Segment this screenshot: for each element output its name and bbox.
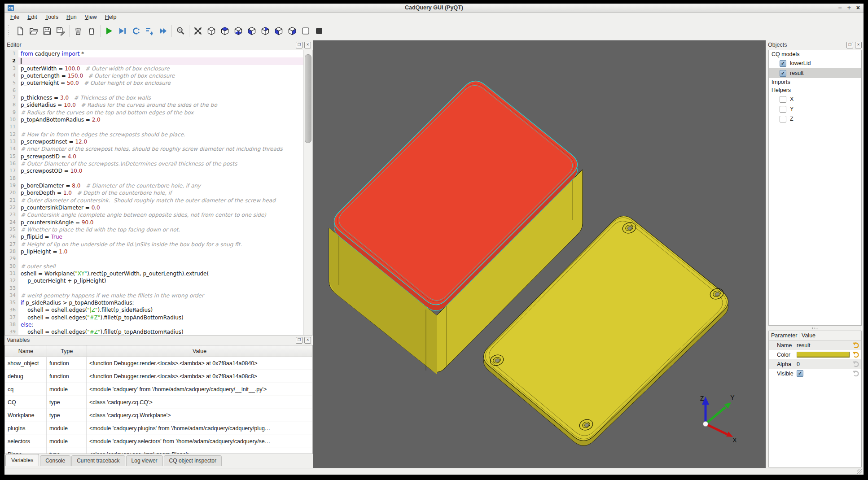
table-row[interactable]: Planetype<class 'cadquery.occ_impl.geom.… (5, 448, 312, 454)
variables-column-header[interactable]: Name (5, 345, 47, 357)
menu-tools[interactable]: Tools (41, 13, 62, 21)
objects-close-button[interactable]: ✕ (855, 42, 862, 48)
title-bar[interactable]: cq CadQuery GUI (PyQT) – + × (4, 4, 864, 13)
variables-float-button[interactable]: ❐ (296, 337, 302, 344)
maximize-button[interactable]: + (847, 4, 851, 12)
code-line[interactable]: 16# Outer Diameter of the screwposts.\nD… (5, 160, 304, 167)
variables-column-header[interactable]: Type (47, 345, 88, 357)
menu-view[interactable]: View (81, 13, 101, 21)
minimize-button[interactable]: – (838, 4, 842, 12)
code-line[interactable]: 27# Height of lip on the underside of th… (5, 241, 304, 248)
code-line[interactable]: 2 (5, 57, 304, 65)
toolbar-handle[interactable] (7, 25, 10, 37)
code-line[interactable]: 37 oshell = oshell.edges("#Z").fillet(p_… (5, 314, 304, 321)
code-line[interactable]: 5p_outerHeight = 50.0 # Outer height of … (5, 79, 304, 87)
parameter-row-color[interactable]: Color (769, 350, 861, 359)
zoom-fit-button[interactable] (175, 26, 186, 36)
variables-table[interactable]: NameTypeValueshow_objectfunction<functio… (4, 345, 313, 454)
code-line[interactable]: 8p_sideRadius = 10.0 # Radius for the cu… (5, 101, 304, 109)
code-line[interactable]: 38else: (5, 321, 304, 328)
variables-close-button[interactable]: ✕ (304, 337, 311, 344)
table-row[interactable]: pluginsmodule<module 'cadquery.plugins' … (5, 422, 312, 435)
tree-item-lowerlid[interactable]: ✓lowerLid (769, 58, 861, 68)
parameter-value[interactable] (797, 352, 852, 358)
code-line[interactable]: 26p_flipLid = True (5, 233, 304, 240)
code-line[interactable]: 1from cadquery import * (5, 50, 304, 57)
continue-button[interactable] (158, 26, 168, 36)
code-line[interactable]: 22p_countersinkDiameter = 0.0 (5, 204, 304, 211)
code-line[interactable]: 25# Whether to place the lid with the to… (5, 226, 304, 233)
tab-cq-object-inspector[interactable]: CQ object inspector (164, 455, 222, 466)
editor-close-button[interactable]: ✕ (304, 42, 311, 48)
code-line[interactable]: 4p_outerLength = 150.0 # Outer length of… (5, 72, 304, 79)
save-as-button[interactable] (55, 26, 66, 36)
tab-variables[interactable]: Variables (5, 454, 39, 466)
visibility-checkbox[interactable] (780, 116, 786, 122)
tree-item-cq-models[interactable]: CQ models (769, 50, 861, 58)
code-line[interactable]: 31oshell = Workplane("XY").rect(p_outerW… (5, 270, 304, 277)
view-iso-cube-button[interactable] (206, 26, 217, 36)
code-line[interactable]: 14# nner Diameter of the screwpost holes… (5, 145, 304, 153)
table-row[interactable]: cqmodule<module 'cadquery' from '/home/a… (5, 383, 312, 396)
menu-run[interactable]: Run (62, 13, 81, 21)
fit-all-button[interactable] (193, 26, 203, 36)
code-line[interactable]: 17p_screwpostOD = 10.0 (5, 167, 304, 175)
objects-float-button[interactable]: ❐ (846, 42, 853, 48)
wireframe-toggle-button[interactable] (300, 26, 311, 36)
tab-log-viewer[interactable]: Log viewer (126, 455, 163, 466)
code-line[interactable]: 35if p_sideRadius > p_topAndBottomRadius… (5, 299, 304, 306)
code-editor[interactable]: 1from cadquery import *23p_outerWidth = … (4, 50, 313, 336)
close-button[interactable]: × (856, 4, 860, 12)
code-line[interactable]: 13p_screwpostInset = 12.0 (5, 138, 304, 145)
shaded-toggle-button[interactable] (314, 26, 324, 36)
parameter-table[interactable]: Parameter Value NameresultColorAlpha0Vis… (768, 331, 862, 467)
view-top-cube-button[interactable] (219, 26, 230, 36)
code-line[interactable]: 29 (5, 255, 304, 262)
trash-button[interactable] (86, 26, 97, 36)
undo-icon[interactable] (852, 351, 860, 358)
code-line[interactable]: 36 oshell = oshell.edges("|Z").fillet(p_… (5, 306, 304, 314)
code-line[interactable]: 20p_boreDepth = 1.0 # Depth of the count… (5, 189, 304, 196)
menu-help[interactable]: Help (101, 13, 121, 21)
code-line[interactable]: 32 p_outerHeight + p_lipHeight) (5, 277, 304, 284)
menu-edit[interactable]: Edit (23, 13, 41, 21)
parameter-row-name[interactable]: Nameresult (769, 340, 861, 350)
tree-item-y[interactable]: Y (769, 104, 861, 114)
color-swatch[interactable] (797, 352, 850, 358)
delete-button[interactable] (73, 26, 83, 36)
view-left-cube-button[interactable] (273, 26, 284, 36)
step-button[interactable] (144, 26, 155, 36)
save-button[interactable] (42, 26, 53, 36)
parameter-row-alpha[interactable]: Alpha0 (769, 359, 861, 369)
table-row[interactable]: Workplanetype<class 'cadquery.cq.Workpla… (5, 409, 312, 422)
code-line[interactable]: 18 (5, 175, 304, 182)
code-line[interactable]: 39 oshell = oshell.edges("#Z").fillet(p_… (5, 328, 304, 336)
code-line[interactable]: 28p_lipHeight = 1.0 (5, 248, 304, 255)
view-right-cube-button[interactable] (287, 26, 298, 36)
parameter-value[interactable]: ✓ (797, 370, 852, 377)
tree-item-z[interactable]: Z (769, 114, 861, 124)
run-button[interactable] (104, 26, 114, 36)
code-line[interactable]: 21# Outer diameter of countersink. Shoul… (5, 197, 304, 204)
visibility-checkbox[interactable] (780, 106, 786, 113)
tab-current-traceback[interactable]: Current traceback (71, 455, 125, 466)
variables-column-header[interactable]: Value (87, 345, 312, 357)
parameter-value[interactable]: result (797, 342, 852, 349)
table-row[interactable]: selectorsmodule<module 'cadquery.selecto… (5, 435, 312, 448)
code-line[interactable]: 24p_countersinkAngle = 90.0 (5, 219, 304, 226)
panel-splitter[interactable] (768, 326, 862, 331)
tree-item-result[interactable]: ✓result (769, 68, 861, 78)
parameter-row-visible[interactable]: Visible✓ (769, 369, 861, 378)
menu-file[interactable]: File (6, 13, 23, 21)
view-bottom-cube-button[interactable] (233, 26, 244, 36)
code-line[interactable]: 10p_topAndBottomRadius = 2.0 (5, 116, 304, 123)
objects-tree[interactable]: CQ models✓lowerLid✓resultImportsHelpersX… (768, 50, 862, 326)
code-line[interactable]: 34# weird geometry happens if we make th… (5, 292, 304, 299)
tree-item-helpers[interactable]: Helpers (769, 86, 861, 94)
code-line[interactable]: 12# How far in from the edges the screwp… (5, 131, 304, 138)
parameter-value[interactable]: 0 (797, 361, 852, 367)
resize-grip-icon[interactable] (857, 469, 862, 474)
view-back-cube-button[interactable] (260, 26, 271, 36)
code-line[interactable]: 33 (5, 285, 304, 292)
code-line[interactable]: 19p_boreDiameter = 8.0 # Diameter of the… (5, 182, 304, 189)
